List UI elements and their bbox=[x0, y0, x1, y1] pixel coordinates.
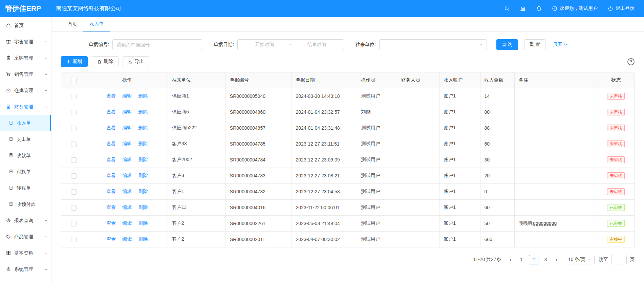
chevron-down-icon bbox=[588, 258, 591, 261]
cell-bill-date: 2023-04-07 00:30:02 bbox=[292, 232, 357, 247]
row-checkbox[interactable] bbox=[71, 126, 77, 131]
row-action-delete[interactable]: 删除 bbox=[138, 189, 148, 194]
row-action-edit[interactable]: 编辑 bbox=[122, 109, 132, 114]
sidebar-item-basic-data[interactable]: 基本资料 bbox=[0, 245, 51, 261]
welcome-user[interactable]: 欢迎您，测试用户 bbox=[552, 5, 598, 12]
cell-bill-date: 2023-12-27 23:04:58 bbox=[292, 184, 357, 200]
expand-toggle[interactable]: 展开 bbox=[553, 42, 567, 48]
sidebar-item-finance[interactable]: 财务管理 bbox=[0, 99, 51, 115]
row-checkbox[interactable] bbox=[71, 173, 77, 179]
status-badge: 未审核 bbox=[607, 140, 625, 147]
row-action-view[interactable]: 查看 bbox=[106, 93, 116, 99]
sidebar-item-receipt-bill[interactable]: 收款单 bbox=[0, 148, 51, 164]
row-checkbox[interactable] bbox=[71, 221, 77, 226]
row-action-view[interactable]: 查看 bbox=[106, 236, 116, 242]
sidebar-item-income-bill[interactable]: 收入单 bbox=[0, 115, 51, 131]
row-checkbox[interactable] bbox=[71, 157, 77, 163]
logout-button[interactable]: 退出登录 bbox=[608, 5, 635, 12]
partner-select[interactable] bbox=[379, 39, 487, 50]
chevron-down-icon bbox=[564, 43, 567, 47]
sidebar-item-goods[interactable]: 商品管理 bbox=[0, 229, 51, 245]
cell-partner: 客户11 bbox=[168, 200, 226, 216]
row-checkbox[interactable] bbox=[71, 237, 77, 242]
tab-home[interactable]: 首页 bbox=[62, 17, 83, 31]
row-action-delete[interactable]: 删除 bbox=[138, 109, 148, 114]
search-button[interactable]: 查 询 bbox=[496, 39, 518, 50]
jump-page-input[interactable] bbox=[611, 255, 627, 264]
date-range-picker[interactable]: 开始时间 ~ 结束时间 bbox=[237, 39, 344, 50]
row-checkbox[interactable] bbox=[71, 94, 77, 99]
row-action-view[interactable]: 查看 bbox=[106, 173, 116, 178]
row-action-view[interactable]: 查看 bbox=[106, 189, 116, 194]
row-checkbox[interactable] bbox=[71, 205, 77, 211]
row-action-view[interactable]: 查看 bbox=[106, 220, 116, 226]
sidebar-item-system[interactable]: 系统管理 bbox=[0, 261, 51, 278]
bank-icon[interactable] bbox=[520, 6, 526, 12]
row-action-delete[interactable]: 删除 bbox=[138, 125, 148, 130]
sidebar-item-home[interactable]: 首页 bbox=[0, 18, 51, 34]
row-action-view[interactable]: 查看 bbox=[106, 109, 116, 114]
cell-bill-date: 2024-01-04 23:31:48 bbox=[292, 120, 357, 136]
row-checkbox[interactable] bbox=[71, 110, 77, 115]
row-action-delete[interactable]: 删除 bbox=[138, 204, 148, 210]
sidebar-item-expense-bill[interactable]: 支出单 bbox=[0, 131, 51, 148]
row-action-edit[interactable]: 编辑 bbox=[122, 173, 132, 178]
page-button-2[interactable]: 2 bbox=[529, 255, 538, 264]
row-action-edit[interactable]: 编辑 bbox=[122, 204, 132, 210]
row-action-edit[interactable]: 编辑 bbox=[122, 141, 132, 146]
row-action-edit[interactable]: 编辑 bbox=[122, 220, 132, 226]
action-divider bbox=[119, 142, 119, 146]
row-action-delete[interactable]: 删除 bbox=[138, 141, 148, 146]
row-checkbox[interactable] bbox=[71, 142, 77, 147]
sidebar-item-report[interactable]: 报表查询 bbox=[0, 213, 51, 229]
reset-button[interactable]: 重 置 bbox=[524, 39, 546, 50]
cell-bill-no: SR00000004782 bbox=[226, 184, 292, 200]
row-action-view[interactable]: 查看 bbox=[106, 204, 116, 210]
cell-partner: 供应商b222 bbox=[168, 120, 226, 136]
sidebar-item-sales[interactable]: 销售管理 bbox=[0, 66, 51, 83]
cell-remark bbox=[515, 184, 598, 200]
row-action-delete[interactable]: 删除 bbox=[138, 93, 148, 99]
row-action-edit[interactable]: 编辑 bbox=[122, 125, 132, 130]
grid-icon bbox=[6, 251, 11, 256]
row-action-view[interactable]: 查看 bbox=[106, 125, 116, 130]
tab-income-bill[interactable]: 收入单 bbox=[83, 17, 110, 31]
sidebar-item-transfer-bill[interactable]: 转账单 bbox=[0, 180, 51, 196]
row-action-delete[interactable]: 删除 bbox=[138, 157, 148, 162]
row-action-delete[interactable]: 删除 bbox=[138, 236, 148, 242]
sidebar-item-warehouse[interactable]: 仓库管理 bbox=[0, 83, 51, 99]
page-size-select[interactable]: 10 条/页 bbox=[565, 255, 595, 264]
page-button-1[interactable]: 1 bbox=[517, 255, 526, 264]
row-action-edit[interactable]: 编辑 bbox=[122, 157, 132, 162]
row-action-view[interactable]: 查看 bbox=[106, 141, 116, 146]
cell-operator: 测试用户 bbox=[357, 120, 397, 136]
row-checkbox[interactable] bbox=[71, 189, 77, 195]
bell-icon[interactable] bbox=[536, 6, 542, 12]
row-action-edit[interactable]: 编辑 bbox=[122, 236, 132, 242]
next-page-button[interactable] bbox=[552, 255, 561, 264]
sidebar-item-advance-receipt[interactable]: 收预付款 bbox=[0, 196, 51, 213]
export-button[interactable]: 导出 bbox=[123, 56, 149, 67]
delete-button[interactable]: 删除 bbox=[92, 56, 119, 67]
row-action-delete[interactable]: 删除 bbox=[138, 220, 148, 226]
status-badge: 已审核 bbox=[607, 220, 625, 227]
cell-partner: 客户2 bbox=[168, 232, 226, 247]
prev-page-button[interactable] bbox=[506, 255, 515, 264]
cell-finance bbox=[397, 184, 439, 200]
sidebar-item-retail[interactable]: 零售管理 bbox=[0, 34, 51, 50]
column-header-finance: 财务人员 bbox=[397, 72, 439, 88]
row-action-edit[interactable]: 编辑 bbox=[122, 189, 132, 194]
page-button-3[interactable]: 3 bbox=[541, 255, 551, 264]
row-action-edit[interactable]: 编辑 bbox=[122, 93, 132, 99]
sidebar-item-label: 收预付款 bbox=[17, 201, 36, 208]
sidebar-item-payment-bill[interactable]: 付款单 bbox=[0, 164, 51, 180]
check-circle-icon bbox=[552, 6, 557, 11]
row-action-view[interactable]: 查看 bbox=[106, 157, 116, 162]
sidebar-item-purchase[interactable]: 采购管理 bbox=[0, 50, 51, 66]
row-action-delete[interactable]: 删除 bbox=[138, 173, 148, 178]
add-button[interactable]: 新增 bbox=[61, 56, 88, 67]
help-icon[interactable]: ? bbox=[627, 58, 635, 65]
select-all-checkbox[interactable] bbox=[71, 78, 77, 83]
search-icon[interactable] bbox=[504, 6, 510, 12]
bill-no-input[interactable] bbox=[112, 39, 202, 50]
